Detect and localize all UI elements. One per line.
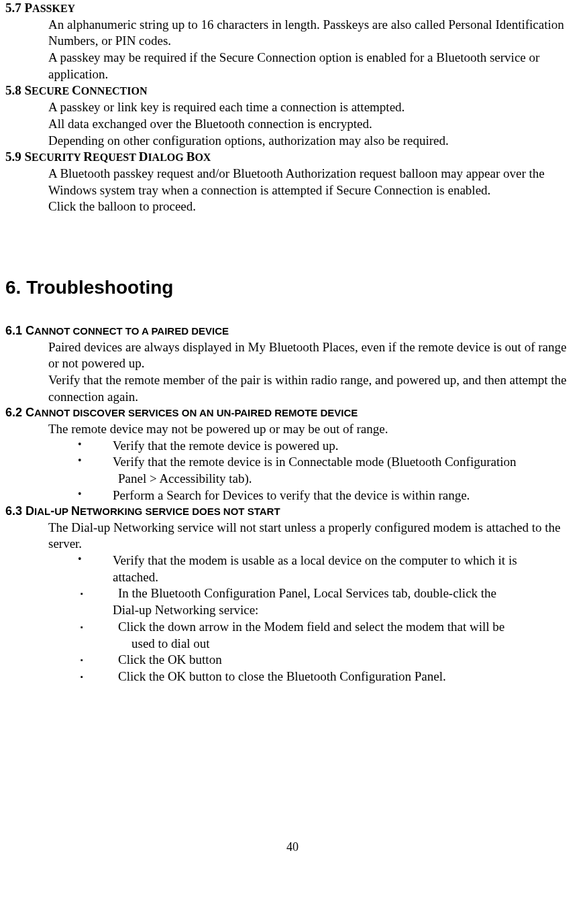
heading-5-9: 5.9 SECURITY REQUEST DIALOG BOX: [5, 149, 580, 166]
heading-text: R: [83, 150, 93, 164]
heading-6-1: 6.1 CANNOT CONNECT TO A PAIRED DEVICE: [5, 323, 580, 339]
heading-text: EQUEST: [93, 152, 139, 163]
heading-5-7: 5.7 PASSKEY: [5, 0, 580, 17]
heading-num: 6.3 D: [5, 504, 34, 518]
square-item: Click the OK button: [5, 652, 580, 669]
chapter-6-title: 6. Troubleshooting: [5, 276, 580, 300]
square-text: Click the OK button: [118, 652, 222, 667]
heading-text: ECURITY: [32, 152, 83, 163]
bullet-item: Verify that the remote device is powered…: [5, 438, 580, 455]
square-text: In the Bluetooth Configuration Panel, Lo…: [118, 586, 496, 600]
square-continuation: Dial-up Networking service:: [5, 602, 580, 619]
heading-6-3: 6.3 DIAL-UP NETWORKING SERVICE DOES NOT …: [5, 504, 580, 519]
body-6-3-p1: The Dial-up Networking service will not …: [48, 520, 580, 553]
body-5-7-p2: A passkey may be required if the Secure …: [48, 50, 580, 82]
bullet-item: Verify that the modem is usable as a loc…: [5, 553, 580, 569]
square-item: Click the OK button to close the Bluetoo…: [5, 669, 580, 685]
heading-num: 6.2 C: [5, 406, 34, 419]
bullet-text: Verify that the remote device is powered…: [113, 439, 339, 453]
square-continuation: used to dial out: [118, 636, 580, 652]
bullet-text: Perform a Search for Devices to verify t…: [113, 488, 470, 502]
heading-text: ONNECTION: [81, 85, 148, 97]
heading-text: B: [187, 150, 195, 164]
heading-text: ANNOT CONNECT TO A PAIRED DEVICE: [34, 325, 229, 337]
bullet-item: Perform a Search for Devices to verify t…: [5, 487, 580, 504]
body-5-9-p2: Click the balloon to proceed.: [48, 198, 580, 215]
bullet-text: Verify that the modem is usable as a loc…: [113, 553, 517, 567]
heading-text: D: [139, 150, 148, 164]
body-6-1-p2: Verify that the remote member of the pai…: [48, 372, 580, 405]
bullet-item: Verify that the remote device is in Conn…: [5, 454, 580, 471]
body-5-8-p1: A passkey or link key is required each t…: [48, 99, 580, 116]
heading-text: ASSKEY: [32, 3, 75, 14]
heading-text: UP: [54, 506, 71, 517]
heading-num: 5.7 P: [5, 1, 32, 15]
page-number: 40: [5, 840, 580, 855]
bullet-continuation: Panel > Accessibility tab).: [113, 471, 580, 487]
heading-text: IALOG: [148, 152, 186, 163]
bullet-continuation: attached.: [113, 569, 580, 586]
heading-text: N: [71, 504, 80, 518]
body-5-8-p3: Depending on other configuration options…: [48, 133, 580, 150]
heading-text: IAL: [34, 506, 50, 517]
heading-text: ANNOT DISCOVER SERVICES ON AN UN-PAIRED …: [34, 407, 358, 418]
heading-text: ECURE: [32, 85, 72, 97]
square-text: Click the down arrow in the Modem field …: [118, 620, 504, 634]
heading-text: C: [72, 83, 81, 97]
square-item: Click the down arrow in the Modem field …: [5, 619, 580, 636]
heading-num: 6.1 C: [5, 324, 34, 337]
heading-6-2: 6.2 CANNOT DISCOVER SERVICES ON AN UN-PA…: [5, 405, 580, 420]
square-text: Click the OK button to close the Bluetoo…: [118, 669, 446, 683]
heading-num: 5.8 S: [5, 83, 32, 97]
heading-num: 5.9 S: [5, 150, 32, 164]
heading-text: ETWORKING SERVICE DOES NOT START: [80, 506, 280, 517]
body-6-1-p1: Paired devices are always displayed in M…: [48, 339, 580, 372]
heading-text: OX: [195, 152, 211, 163]
body-5-9-p1: A Bluetooth passkey request and/or Bluet…: [48, 166, 580, 198]
square-item: In the Bluetooth Configuration Panel, Lo…: [5, 585, 580, 602]
heading-5-8: 5.8 SECURE CONNECTION: [5, 82, 580, 99]
bullet-text: Verify that the remote device is in Conn…: [113, 455, 517, 469]
body-5-8-p2: All data exchanged over the Bluetooth co…: [48, 116, 580, 133]
body-5-7-p1: An alphanumeric string up to 16 characte…: [48, 17, 580, 50]
body-6-2-p1: The remote device may not be powered up …: [48, 421, 580, 438]
